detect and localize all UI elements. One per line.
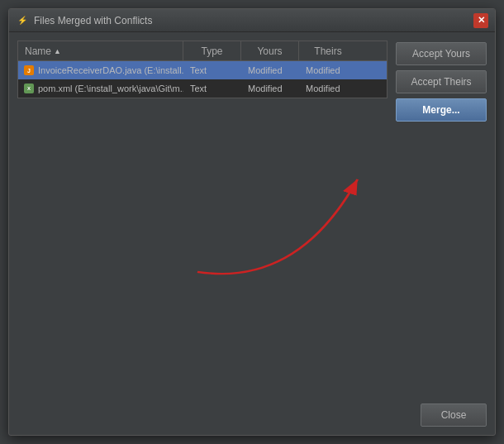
row-name-text: InvoiceReceiverDAO.java (E:\install... bbox=[38, 65, 183, 75]
accept-theirs-button[interactable]: Accept Theirs bbox=[396, 70, 487, 93]
main-window: ⚡ Files Merged with Conflicts ✕ Name ▲ T… bbox=[8, 8, 496, 436]
row-type-cell: Text bbox=[183, 84, 241, 93]
window-icon: ⚡ bbox=[16, 14, 29, 27]
table-row[interactable]: J InvoiceReceiverDAO.java (E:\install...… bbox=[18, 61, 387, 79]
close-button-container: Close bbox=[9, 403, 495, 435]
files-table: Name ▲ Type Yours Theirs bbox=[17, 41, 388, 98]
row-yours-text: Modified bbox=[248, 65, 283, 75]
title-bar: ⚡ Files Merged with Conflicts ✕ bbox=[9, 9, 495, 32]
column-yours-label: Yours bbox=[257, 45, 282, 57]
button-panel: Accept Yours Accept Theirs Merge... bbox=[396, 41, 487, 395]
column-theirs-label: Theirs bbox=[314, 45, 341, 57]
row-name-cell: X pom.xml (E:\install_work\java\Git\m... bbox=[18, 79, 183, 98]
sort-arrow-icon: ▲ bbox=[54, 47, 61, 55]
row-theirs-text: Modified bbox=[306, 65, 340, 75]
row-type-cell: Text bbox=[183, 65, 241, 75]
java-file-icon: J bbox=[23, 64, 35, 76]
merge-button[interactable]: Merge... bbox=[396, 98, 487, 122]
table-and-arrow-container: Name ▲ Type Yours Theirs bbox=[17, 41, 388, 395]
column-type-label: Type bbox=[201, 45, 222, 57]
window-close-button[interactable]: ✕ bbox=[473, 13, 488, 28]
close-button[interactable]: Close bbox=[421, 403, 487, 427]
spacer bbox=[396, 127, 487, 395]
row-theirs-cell: Modified bbox=[299, 84, 357, 93]
column-name-label: Name bbox=[25, 45, 51, 57]
row-yours-text: Modified bbox=[248, 84, 283, 93]
table-header: Name ▲ Type Yours Theirs bbox=[18, 41, 387, 61]
table-body: J InvoiceReceiverDAO.java (E:\install...… bbox=[18, 61, 387, 98]
table-row[interactable]: X pom.xml (E:\install_work\java\Git\m...… bbox=[18, 79, 387, 98]
row-theirs-text: Modified bbox=[306, 84, 340, 93]
row-type-text: Text bbox=[190, 65, 207, 75]
xml-file-icon: X bbox=[23, 83, 35, 94]
row-type-text: Text bbox=[190, 84, 207, 93]
window-title: Files Merged with Conflicts bbox=[34, 15, 473, 26]
column-theirs-header[interactable]: Theirs bbox=[299, 41, 357, 60]
column-name-header[interactable]: Name ▲ bbox=[18, 41, 183, 60]
column-yours-header[interactable]: Yours bbox=[241, 41, 299, 60]
row-name-text: pom.xml (E:\install_work\java\Git\m... bbox=[38, 84, 183, 93]
column-type-header[interactable]: Type bbox=[183, 41, 241, 60]
row-yours-cell: Modified bbox=[241, 65, 299, 75]
row-yours-cell: Modified bbox=[241, 84, 299, 93]
content-area: Name ▲ Type Yours Theirs bbox=[9, 32, 495, 403]
row-name-cell: J InvoiceReceiverDAO.java (E:\install... bbox=[18, 61, 183, 79]
accept-yours-button[interactable]: Accept Yours bbox=[396, 42, 487, 65]
row-theirs-cell: Modified bbox=[299, 65, 357, 75]
